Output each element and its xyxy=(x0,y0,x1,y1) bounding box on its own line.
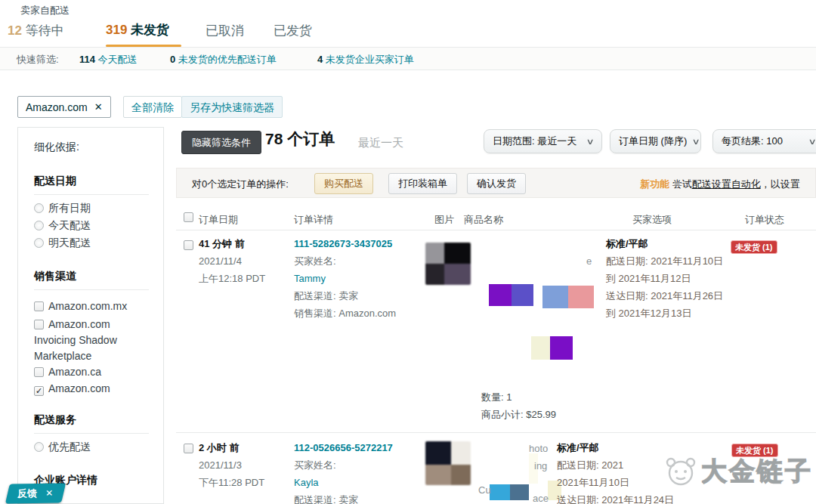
ship-date-line1: 配送日期: 2021 xyxy=(557,459,623,472)
ship-date-line2: 2021年11月10日 xyxy=(557,477,629,489)
tab-unshipped-count: 319 xyxy=(106,23,127,37)
column-order-status: 订单状态 xyxy=(745,214,784,226)
product-image xyxy=(425,243,471,285)
selected-actions-label: 对0个选定订单的操作: xyxy=(192,178,289,190)
confirm-shipment-button[interactable]: 确认发货 xyxy=(467,173,526,194)
save-quick-filter-button[interactable]: 另存为快速筛选器 xyxy=(181,96,283,118)
color-swatch xyxy=(510,484,529,500)
seller-orders-page: 卖家自配送 12 等待中 319 未发货 已取消 已发货 快速筛选: 114 今… xyxy=(0,0,816,504)
checkbox-icon[interactable] xyxy=(34,320,44,329)
buyer-name-link[interactable]: Tammy xyxy=(294,273,326,285)
color-swatch xyxy=(489,284,512,306)
radio-icon[interactable] xyxy=(34,442,44,452)
clear-all-button[interactable]: 全部清除 xyxy=(123,96,182,118)
status-badge: 未发货 (1) xyxy=(731,240,777,254)
quick-filter-premium-unshipped[interactable]: 0 未发货的优先配送订单 xyxy=(170,54,277,66)
chevron-down-icon: ∨ xyxy=(586,135,594,147)
option-label: 所有日期 xyxy=(48,202,91,214)
promo-link[interactable]: 配送设置自动化 xyxy=(692,178,761,190)
filter-radio-all-dates[interactable]: 所有日期 xyxy=(34,202,91,214)
quick-filter-count: 114 xyxy=(79,54,95,65)
tab-pending-label: 等待中 xyxy=(26,23,64,38)
sort-dropdown[interactable]: 订单日期 (降序)∨ xyxy=(610,129,701,153)
order-id-link[interactable]: 111-5282673-3437025 xyxy=(294,238,392,250)
delivery-date-line1: 送达日期: 2021年11月26日 xyxy=(606,290,723,302)
row-checkbox[interactable] xyxy=(184,444,193,453)
buyer-name-link[interactable]: Kayla xyxy=(294,477,319,489)
date-range-dropdown[interactable]: 日期范围: 最近一天∨ xyxy=(484,129,602,153)
quick-filter-business-unshipped[interactable]: 4 未发货企业买家订单 xyxy=(317,54,414,66)
buyer-name-label: 买家姓名: xyxy=(294,255,336,267)
option-label: Amazon.com.mx xyxy=(48,300,127,312)
section-heading-ship-service: 配送服务 xyxy=(34,413,76,425)
print-packing-slip-button[interactable]: 打印装箱单 xyxy=(388,173,457,194)
radio-icon[interactable] xyxy=(34,221,44,230)
checkmark-icon: ✓ xyxy=(35,387,43,395)
filter-radio-ship-tomorrow[interactable]: 明天配送 xyxy=(34,237,91,249)
tab-shipped[interactable]: 已发货 xyxy=(274,25,312,37)
table-header-divider xyxy=(176,230,816,230)
new-feature-badge: 新功能 xyxy=(640,178,669,190)
filter-chip-label: Amazon.com xyxy=(26,101,88,113)
checkbox-icon[interactable] xyxy=(34,367,44,377)
section-heading-sales-channel: 销售渠道 xyxy=(34,270,76,282)
radio-icon[interactable] xyxy=(34,238,44,248)
row-divider xyxy=(176,432,816,433)
feedback-button[interactable]: 反馈 ✕ xyxy=(5,483,66,503)
sidebar-divider xyxy=(34,433,149,434)
filter-chip-amazon-com[interactable]: Amazon.com ✕ xyxy=(17,96,111,118)
filter-checkbox-amazon-com[interactable]: ✓Amazon.com xyxy=(34,382,110,396)
close-icon[interactable]: ✕ xyxy=(45,488,53,499)
confirm-shipment-label: 确认发货 xyxy=(467,173,526,194)
hide-filters-button[interactable]: 隐藏筛选条件 xyxy=(181,131,261,154)
filter-radio-ship-today[interactable]: 今天配送 xyxy=(34,219,91,231)
order-count: 78 个订单 xyxy=(265,133,335,145)
option-label: Amazon.com xyxy=(48,382,110,394)
buy-shipping-button[interactable]: 购买配送 xyxy=(314,173,373,194)
dropdown-label: 订单日期 (降序) xyxy=(619,135,687,147)
breadcrumb: 卖家自配送 xyxy=(20,5,70,17)
print-packing-slip-label: 打印装箱单 xyxy=(388,173,457,194)
option-label: 明天配送 xyxy=(48,237,91,249)
product-title-fragment: hoto xyxy=(529,443,548,455)
filter-checkbox-amazon-com-mx[interactable]: Amazon.com.mx xyxy=(34,300,127,312)
order-time-ago: 2 小时 前 xyxy=(199,442,239,454)
close-icon[interactable]: ✕ xyxy=(94,101,103,113)
checkbox-icon[interactable] xyxy=(34,301,44,311)
dropdown-label: 日期范围: 最近一天 xyxy=(493,135,576,147)
row-checkbox[interactable] xyxy=(184,240,193,250)
option-label: 优先配送 xyxy=(48,441,91,453)
color-swatch xyxy=(512,284,533,306)
filter-radio-premium-shipping[interactable]: 优先配送 xyxy=(34,441,91,453)
tab-pending[interactable]: 12 等待中 xyxy=(8,25,64,37)
dropdown-label: 每页结果: 100 xyxy=(722,135,783,147)
column-image: 图片 xyxy=(434,214,454,226)
radio-icon[interactable] xyxy=(34,203,44,213)
color-swatch xyxy=(542,286,568,308)
fulfillment-channel: 配送渠道: 卖家 xyxy=(294,290,358,302)
quick-filter-count: 4 xyxy=(317,54,323,65)
column-order-details: 订单详情 xyxy=(294,214,333,226)
promo-prefix: 尝试 xyxy=(672,178,692,190)
buy-shipping-label: 购买配送 xyxy=(314,173,373,194)
tab-unshipped[interactable]: 319 未发货 xyxy=(106,24,169,36)
range-label: 最近一天 xyxy=(358,137,403,149)
option-label: Amazon.com Invoicing Shadow Marketplace xyxy=(34,318,117,362)
buyer-name-label: 买家姓名: xyxy=(294,459,336,472)
per-page-dropdown[interactable]: 每页结果: 100∨ xyxy=(712,129,816,153)
quick-filter-label: 快速筛选: xyxy=(17,54,59,66)
checkbox-checked-icon[interactable]: ✓ xyxy=(34,386,44,396)
section-heading-ship-date: 配送日期 xyxy=(34,175,76,187)
filter-checkbox-amazon-ca[interactable]: Amazon.ca xyxy=(34,366,101,378)
select-all-checkbox[interactable] xyxy=(184,212,193,222)
hide-filters-label: 隐藏筛选条件 xyxy=(181,131,261,154)
order-id-link[interactable]: 112-0526656-5272217 xyxy=(294,442,393,454)
column-buyer-option: 买家选项 xyxy=(632,214,672,226)
option-label: Amazon.ca xyxy=(48,366,101,378)
tab-cancelled[interactable]: 已取消 xyxy=(206,25,244,37)
filter-checkbox-invoicing-shadow[interactable]: Amazon.com Invoicing Shadow Marketplace xyxy=(34,317,153,364)
quick-filter-ship-today[interactable]: 114 今天配送 xyxy=(79,54,138,66)
order-time-ago: 41 分钟 前 xyxy=(199,238,245,250)
ship-date-line2: 到 2021年11月12日 xyxy=(606,273,691,285)
quick-filter-text: 未发货企业买家订单 xyxy=(326,54,414,65)
